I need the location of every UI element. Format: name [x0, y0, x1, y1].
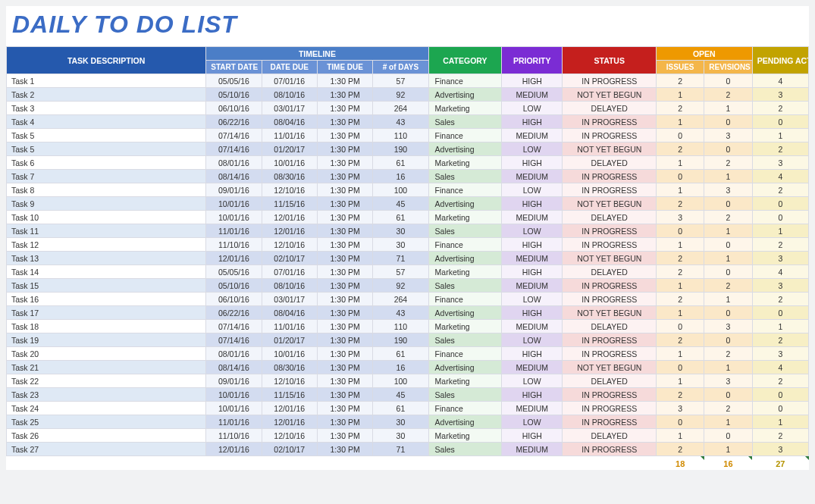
cell-category[interactable]: Finance: [428, 238, 501, 252]
cell-priority[interactable]: HIGH: [502, 265, 563, 279]
cell-num-days[interactable]: 264: [373, 102, 428, 115]
cell-num-days[interactable]: 190: [373, 142, 428, 156]
cell-task[interactable]: Task 22: [7, 374, 206, 388]
cell-revisions[interactable]: 1: [704, 443, 752, 456]
cell-start-date[interactable]: 09/01/16: [206, 183, 262, 197]
cell-pending[interactable]: 3: [752, 252, 808, 265]
cell-status[interactable]: IN PROGRESS: [563, 279, 657, 293]
cell-time-due[interactable]: 1:30 PM: [317, 347, 372, 361]
cell-category[interactable]: Finance: [428, 402, 501, 415]
table-row[interactable]: Task 809/01/1612/10/161:30 PM100FinanceL…: [7, 183, 809, 197]
table-row[interactable]: Task 708/14/1608/30/161:30 PM16SalesMEDI…: [7, 170, 809, 183]
cell-time-due[interactable]: 1:30 PM: [317, 224, 372, 238]
cell-task[interactable]: Task 23: [7, 388, 206, 402]
cell-status[interactable]: DELAYED: [563, 156, 657, 170]
cell-category[interactable]: Sales: [428, 279, 501, 293]
cell-pending[interactable]: 1: [752, 320, 808, 333]
cell-pending[interactable]: 2: [752, 238, 808, 252]
cell-priority[interactable]: LOW: [502, 333, 563, 347]
cell-pending[interactable]: 0: [752, 115, 808, 129]
cell-priority[interactable]: MEDIUM: [502, 252, 563, 265]
cell-num-days[interactable]: 43: [373, 306, 428, 320]
cell-pending[interactable]: 3: [752, 88, 808, 102]
cell-start-date[interactable]: 07/14/16: [206, 142, 262, 156]
cell-pending[interactable]: 3: [752, 156, 808, 170]
cell-priority[interactable]: HIGH: [502, 429, 563, 443]
cell-num-days[interactable]: 61: [373, 211, 428, 224]
cell-task[interactable]: Task 13: [7, 252, 206, 265]
cell-time-due[interactable]: 1:30 PM: [317, 183, 372, 197]
cell-start-date[interactable]: 06/10/16: [206, 102, 262, 115]
cell-date-due[interactable]: 12/10/16: [262, 374, 317, 388]
cell-priority[interactable]: MEDIUM: [502, 443, 563, 456]
cell-issues[interactable]: 1: [657, 347, 704, 361]
cell-category[interactable]: Advertising: [428, 415, 501, 429]
cell-pending[interactable]: 4: [752, 361, 808, 374]
cell-start-date[interactable]: 07/14/16: [206, 320, 262, 333]
cell-status[interactable]: NOT YET BEGUN: [563, 252, 657, 265]
cell-issues[interactable]: 1: [657, 115, 704, 129]
cell-pending[interactable]: 0: [752, 402, 808, 415]
cell-issues[interactable]: 2: [657, 333, 704, 347]
cell-date-due[interactable]: 02/10/17: [262, 252, 317, 265]
cell-category[interactable]: Advertising: [428, 142, 501, 156]
cell-priority[interactable]: HIGH: [502, 347, 563, 361]
cell-priority[interactable]: LOW: [502, 374, 563, 388]
cell-num-days[interactable]: 92: [373, 88, 428, 102]
cell-task[interactable]: Task 5: [7, 142, 206, 156]
cell-num-days[interactable]: 100: [373, 374, 428, 388]
cell-pending[interactable]: 2: [752, 142, 808, 156]
cell-category[interactable]: Advertising: [428, 361, 501, 374]
cell-task[interactable]: Task 2: [7, 88, 206, 102]
cell-issues[interactable]: 0: [657, 170, 704, 183]
cell-start-date[interactable]: 11/01/16: [206, 224, 262, 238]
cell-start-date[interactable]: 07/14/16: [206, 333, 262, 347]
cell-num-days[interactable]: 57: [373, 265, 428, 279]
cell-num-days[interactable]: 43: [373, 115, 428, 129]
cell-status[interactable]: IN PROGRESS: [563, 129, 657, 142]
cell-pending[interactable]: 2: [752, 429, 808, 443]
cell-status[interactable]: DELAYED: [563, 429, 657, 443]
table-row[interactable]: Task 507/14/1601/20/171:30 PM190Advertis…: [7, 142, 809, 156]
cell-time-due[interactable]: 1:30 PM: [317, 333, 372, 347]
cell-category[interactable]: Sales: [428, 443, 501, 456]
cell-date-due[interactable]: 07/01/16: [262, 265, 317, 279]
cell-revisions[interactable]: 1: [704, 361, 752, 374]
cell-num-days[interactable]: 61: [373, 347, 428, 361]
cell-time-due[interactable]: 1:30 PM: [317, 429, 372, 443]
cell-status[interactable]: IN PROGRESS: [563, 388, 657, 402]
cell-time-due[interactable]: 1:30 PM: [317, 388, 372, 402]
cell-issues[interactable]: 1: [657, 183, 704, 197]
cell-time-due[interactable]: 1:30 PM: [317, 443, 372, 456]
cell-category[interactable]: Marketing: [428, 320, 501, 333]
cell-time-due[interactable]: 1:30 PM: [317, 293, 372, 306]
cell-task[interactable]: Task 18: [7, 320, 206, 333]
cell-priority[interactable]: LOW: [502, 224, 563, 238]
cell-priority[interactable]: LOW: [502, 415, 563, 429]
cell-pending[interactable]: 4: [752, 265, 808, 279]
cell-priority[interactable]: MEDIUM: [502, 211, 563, 224]
cell-date-due[interactable]: 11/01/16: [262, 320, 317, 333]
cell-start-date[interactable]: 11/10/16: [206, 238, 262, 252]
cell-revisions[interactable]: 1: [704, 252, 752, 265]
cell-time-due[interactable]: 1:30 PM: [317, 265, 372, 279]
cell-issues[interactable]: 1: [657, 429, 704, 443]
cell-priority[interactable]: MEDIUM: [502, 402, 563, 415]
cell-num-days[interactable]: 92: [373, 279, 428, 293]
cell-date-due[interactable]: 07/01/16: [262, 74, 317, 88]
cell-category[interactable]: Finance: [428, 347, 501, 361]
cell-pending[interactable]: 0: [752, 211, 808, 224]
cell-priority[interactable]: HIGH: [502, 238, 563, 252]
cell-status[interactable]: NOT YET BEGUN: [563, 142, 657, 156]
cell-task[interactable]: Task 16: [7, 293, 206, 306]
cell-priority[interactable]: HIGH: [502, 74, 563, 88]
cell-start-date[interactable]: 08/14/16: [206, 170, 262, 183]
cell-date-due[interactable]: 12/01/16: [262, 402, 317, 415]
cell-task[interactable]: Task 15: [7, 279, 206, 293]
cell-pending[interactable]: 1: [752, 415, 808, 429]
cell-status[interactable]: DELAYED: [563, 374, 657, 388]
table-row[interactable]: Task 507/14/1611/01/161:30 PM110FinanceM…: [7, 129, 809, 142]
cell-pending[interactable]: 2: [752, 333, 808, 347]
cell-revisions[interactable]: 3: [704, 129, 752, 142]
cell-start-date[interactable]: 11/10/16: [206, 429, 262, 443]
